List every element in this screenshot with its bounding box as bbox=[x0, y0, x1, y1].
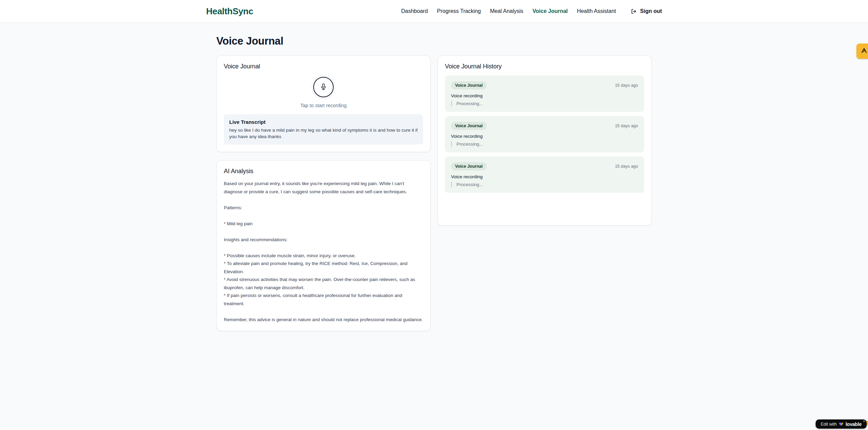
record-hint: Tap to start recording bbox=[300, 103, 347, 108]
voice-recorder-card: Voice Journal Tap to start recordin bbox=[216, 55, 431, 152]
page-title: Voice Journal bbox=[216, 35, 652, 47]
edit-with-lovable-badge[interactable]: Edit with lovable × bbox=[816, 419, 867, 429]
ai-analysis-body: Based on your journal entry, it sounds l… bbox=[224, 180, 423, 324]
live-transcript-title: Live Transcript bbox=[229, 119, 418, 125]
live-transcript-text: hey so like I do have a mild pain in my … bbox=[229, 127, 418, 140]
side-panel-badge[interactable] bbox=[856, 44, 868, 59]
edit-with-label: Edit with bbox=[821, 422, 837, 427]
entry-label: Voice recording bbox=[451, 93, 638, 98]
nav-dashboard[interactable]: Dashboard bbox=[401, 8, 428, 14]
ai-analysis-title: AI Analysis bbox=[224, 168, 423, 175]
entry-timestamp: 15 days ago bbox=[615, 164, 638, 169]
lovable-brand-label: lovable bbox=[846, 421, 862, 427]
history-card-title: Voice Journal History bbox=[445, 63, 644, 70]
nav-health-assistant[interactable]: Health Assistant bbox=[577, 8, 616, 14]
entry-status: Processing... bbox=[451, 101, 638, 106]
nav-progress-tracking[interactable]: Progress Tracking bbox=[437, 8, 481, 14]
page-content: Voice Journal Voice Journal bbox=[216, 35, 652, 331]
live-transcript-panel: Live Transcript hey so like I do have a … bbox=[224, 114, 423, 145]
recorder-card-title: Voice Journal bbox=[224, 63, 423, 70]
nav-meal-analysis[interactable]: Meal Analysis bbox=[490, 8, 523, 14]
top-nav-bar: HealthSync Dashboard Progress Tracking M… bbox=[0, 0, 868, 23]
entry-label: Voice recording bbox=[451, 134, 638, 139]
entry-status: Processing... bbox=[451, 142, 638, 147]
side-badge-logo-icon bbox=[861, 47, 868, 55]
entry-type-badge: Voice Journal bbox=[451, 122, 487, 130]
history-entry[interactable]: Voice Journal 15 days ago Voice recordin… bbox=[445, 116, 644, 152]
record-button[interactable] bbox=[313, 77, 334, 97]
entry-type-badge: Voice Journal bbox=[451, 162, 487, 170]
entry-status: Processing... bbox=[451, 182, 638, 187]
sign-out-icon bbox=[631, 8, 637, 15]
microphone-icon bbox=[320, 83, 327, 92]
entry-timestamp: 15 days ago bbox=[615, 123, 638, 128]
sign-out-button[interactable]: Sign out bbox=[631, 8, 662, 15]
heart-icon bbox=[839, 422, 844, 426]
entry-timestamp: 15 days ago bbox=[615, 83, 638, 88]
history-entry[interactable]: Voice Journal 15 days ago Voice recordin… bbox=[445, 156, 644, 193]
sign-out-label: Sign out bbox=[640, 8, 662, 14]
close-icon[interactable]: × bbox=[863, 420, 865, 423]
brand-logo[interactable]: HealthSync bbox=[206, 6, 253, 17]
ai-analysis-card: AI Analysis Based on your journal entry,… bbox=[216, 160, 431, 331]
entry-type-badge: Voice Journal bbox=[451, 81, 487, 89]
history-entry[interactable]: Voice Journal 15 days ago Voice recordin… bbox=[445, 76, 644, 112]
entry-label: Voice recording bbox=[451, 174, 638, 179]
nav-voice-journal[interactable]: Voice Journal bbox=[533, 8, 568, 14]
history-card: Voice Journal History Voice Journal 15 d… bbox=[437, 55, 652, 226]
main-nav: Dashboard Progress Tracking Meal Analysi… bbox=[401, 8, 662, 15]
